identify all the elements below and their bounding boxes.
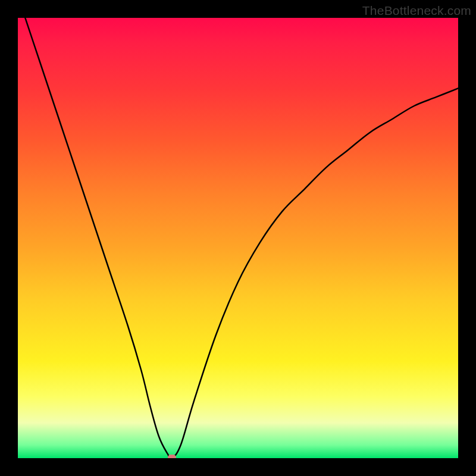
chart-plot-area <box>18 18 458 458</box>
branding-watermark: TheBottleneck.com <box>362 4 471 18</box>
optimal-point-marker <box>168 455 176 458</box>
bottleneck-curve <box>18 18 458 458</box>
curve-path <box>18 18 458 458</box>
